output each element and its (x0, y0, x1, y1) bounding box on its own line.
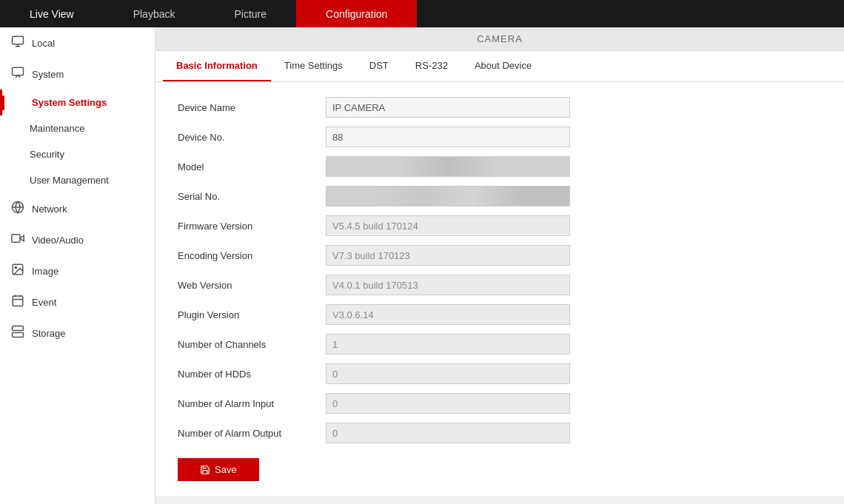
nav-picture[interactable]: Picture (204, 0, 296, 27)
label-firmware-version: Firmware Version (178, 221, 326, 232)
svg-rect-10 (13, 296, 23, 306)
form-row-num-channels: Number of Channels (178, 334, 822, 355)
input-encoding-version (326, 245, 570, 266)
svg-rect-7 (12, 235, 20, 243)
form-row-firmware-version: Firmware Version (178, 215, 822, 236)
system-icon (11, 66, 24, 82)
input-plugin-version (326, 304, 570, 325)
form-row-plugin-version: Plugin Version (178, 304, 822, 325)
sidebar-item-local[interactable]: Local (0, 27, 155, 58)
save-icon (200, 465, 210, 475)
nav-playback[interactable]: Playback (104, 0, 205, 27)
sidebar-event-label: Event (32, 297, 56, 308)
sidebar-item-storage[interactable]: Storage (0, 317, 155, 349)
sidebar-security-label: Security (30, 149, 64, 160)
form-row-num-hdds: Number of HDDs (178, 363, 822, 384)
storage-icon (11, 325, 24, 341)
sidebar-item-system-settings[interactable]: System Settings (0, 90, 155, 115)
label-num-channels: Number of Channels (178, 339, 326, 350)
label-plugin-version: Plugin Version (178, 309, 326, 320)
form-row-num-alarm-output: Number of Alarm Output (178, 423, 822, 443)
main-content: CAMERA Basic Information Time Settings D… (155, 27, 844, 504)
form-row-serial-no: Serial No. (178, 186, 822, 206)
input-device-name[interactable] (326, 97, 570, 118)
label-web-version: Web Version (178, 280, 326, 291)
sidebar-system-label: System (32, 69, 64, 80)
sidebar-item-system[interactable]: System (0, 58, 155, 90)
input-firmware-version (326, 215, 570, 236)
form-row-device-name: Device Name (178, 97, 822, 118)
event-icon (11, 294, 24, 310)
tab-time-settings[interactable]: Time Settings (271, 51, 356, 81)
sidebar-item-user-management[interactable]: User Management (0, 167, 155, 193)
input-serial-no (326, 186, 570, 206)
label-num-alarm-input: Number of Alarm Input (178, 398, 326, 409)
form-row-web-version: Web Version (178, 275, 822, 295)
label-num-hdds: Number of HDDs (178, 369, 326, 380)
sidebar-item-network[interactable]: Network (0, 193, 155, 224)
form-row-num-alarm-input: Number of Alarm Input (178, 393, 822, 414)
top-navigation: Live View Playback Picture Configuration (0, 0, 844, 27)
svg-rect-0 (13, 36, 24, 44)
label-serial-no: Serial No. (178, 191, 326, 202)
tabs-bar: Basic Information Time Settings DST RS-2… (155, 51, 844, 82)
sidebar: Local System System Settings Maintenance… (0, 27, 155, 504)
sidebar-network-label: Network (32, 204, 67, 215)
form-area: Device Name Device No. Model Serial No. … (155, 82, 844, 496)
label-num-alarm-output: Number of Alarm Output (178, 428, 326, 439)
sidebar-video-audio-label: Video/Audio (32, 235, 84, 246)
svg-marker-6 (20, 235, 24, 241)
sidebar-user-management-label: User Management (30, 175, 109, 186)
input-num-channels (326, 334, 570, 355)
form-row-device-no: Device No. (178, 127, 822, 147)
tab-about-device[interactable]: About Device (461, 51, 545, 81)
save-button-label: Save (215, 464, 237, 475)
input-device-no[interactable] (326, 127, 570, 147)
camera-header-text: CAMERA (477, 33, 523, 44)
svg-rect-3 (13, 67, 24, 75)
video-icon (11, 232, 24, 248)
form-row-model: Model (178, 156, 822, 177)
input-num-hdds (326, 363, 570, 384)
sidebar-item-security[interactable]: Security (0, 141, 155, 167)
input-web-version (326, 275, 570, 295)
sidebar-image-label: Image (32, 266, 58, 277)
monitor-icon (11, 35, 24, 51)
sidebar-item-maintenance[interactable]: Maintenance (0, 115, 155, 141)
svg-point-9 (15, 266, 16, 268)
sidebar-item-video-audio[interactable]: Video/Audio (0, 224, 155, 255)
sidebar-local-label: Local (32, 38, 55, 49)
input-num-alarm-input (326, 393, 570, 414)
nav-configuration[interactable]: Configuration (296, 0, 417, 27)
sidebar-system-settings-label: System Settings (32, 97, 107, 108)
form-row-encoding-version: Encoding Version (178, 245, 822, 266)
sidebar-maintenance-label: Maintenance (30, 123, 84, 134)
tab-basic-information[interactable]: Basic Information (163, 51, 271, 81)
svg-rect-15 (13, 333, 24, 337)
save-button[interactable]: Save (178, 458, 259, 481)
main-layout: Local System System Settings Maintenance… (0, 27, 844, 504)
label-encoding-version: Encoding Version (178, 250, 326, 261)
tab-rs232[interactable]: RS-232 (402, 51, 461, 81)
input-num-alarm-output (326, 423, 570, 443)
input-model (326, 156, 570, 177)
camera-header: CAMERA (155, 27, 844, 51)
label-device-name: Device Name (178, 102, 326, 113)
tab-dst[interactable]: DST (356, 51, 402, 81)
svg-rect-14 (13, 326, 24, 331)
image-icon (11, 263, 24, 279)
nav-live-view[interactable]: Live View (0, 0, 104, 27)
label-device-no: Device No. (178, 132, 326, 143)
label-model: Model (178, 161, 326, 172)
network-icon (11, 201, 24, 217)
sidebar-storage-label: Storage (32, 328, 66, 339)
sidebar-item-image[interactable]: Image (0, 255, 155, 286)
sidebar-item-event[interactable]: Event (0, 286, 155, 317)
